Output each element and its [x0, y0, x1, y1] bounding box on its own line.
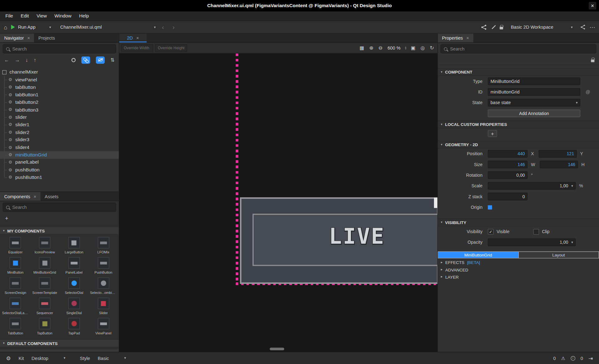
component-library-item[interactable]: MiniButtonGrid — [30, 257, 59, 274]
menu-window[interactable]: Window — [51, 13, 75, 19]
settings-gear-icon[interactable]: ⚙ — [6, 355, 11, 361]
tab-2d[interactable]: 2D × — [119, 34, 147, 42]
component-library-item[interactable]: PushButton — [89, 257, 118, 274]
navigator-item[interactable]: ⚙ pushButton1 — [0, 174, 119, 181]
scale-dropdown[interactable]: 1,00 ▾ — [488, 182, 576, 189]
move-up-icon[interactable]: ↑ — [34, 57, 36, 63]
close-icon[interactable]: × — [27, 35, 30, 41]
document-selector[interactable]: ChannelMixer.ui.qml ▾ — [60, 24, 156, 30]
type-input[interactable] — [490, 79, 577, 84]
warning-count[interactable]: 0 — [553, 356, 556, 361]
menu-edit[interactable]: Edit — [17, 13, 33, 19]
add-property-button[interactable]: + — [488, 130, 497, 137]
home-icon[interactable]: ⌂ — [4, 24, 7, 30]
navigator-item-root[interactable]: channelMixer — [0, 68, 119, 76]
add-annotation-button[interactable]: Add Annotation — [488, 109, 580, 117]
move-right-icon[interactable]: → — [15, 57, 20, 63]
warning-icon[interactable]: ⚠ — [561, 356, 565, 361]
toggle-sidebar-icon[interactable]: ⇥ — [588, 355, 593, 361]
override-width-input[interactable] — [121, 44, 153, 51]
my-components-header[interactable]: ▾ MY COMPONENTS — [0, 227, 119, 235]
tab-assets[interactable]: Assets — [41, 192, 63, 201]
component-library-item[interactable]: ScreenDesign — [1, 277, 30, 295]
zoom-out-icon[interactable]: ⊖ — [377, 46, 384, 50]
refresh-icon[interactable]: ↻ — [428, 46, 436, 50]
opacity-dropdown[interactable]: 1,00 ▾ — [488, 238, 576, 246]
tab-components[interactable]: Components × — [0, 192, 41, 201]
run-target-chevron-icon[interactable]: ▾ — [49, 25, 51, 29]
canvas-horizontal-scrollbar[interactable] — [270, 348, 284, 351]
close-icon[interactable]: × — [136, 35, 139, 41]
zoom-level[interactable]: 600 % — [386, 45, 402, 50]
move-left-icon[interactable]: ← — [4, 57, 9, 63]
close-icon[interactable]: × — [466, 35, 469, 41]
component-library-item[interactable]: Sequencer — [30, 298, 59, 315]
component-library-item[interactable]: SingleDial — [59, 298, 89, 315]
component-library-item[interactable]: Selecto...ombined — [89, 277, 118, 295]
sort-icon[interactable]: ⇅ — [110, 57, 114, 63]
id-input[interactable] — [490, 90, 577, 94]
window-close-button[interactable]: × — [589, 2, 596, 9]
component-library-item[interactable]: SelectorDial — [59, 277, 89, 295]
component-library-item[interactable]: Equalizer — [1, 237, 30, 254]
subtab-layout[interactable]: Layout — [518, 252, 599, 258]
origin-center-button[interactable] — [488, 205, 492, 209]
basic-components-header[interactable]: ▾ BASIC (12) — [0, 349, 119, 352]
component-library-item[interactable]: PanelLabel — [59, 257, 89, 274]
annotation-icon[interactable] — [491, 24, 496, 30]
component-library-item[interactable]: MiniButton — [1, 257, 30, 274]
subtab-minibuttongrid[interactable]: MiniButtonGrid — [438, 252, 518, 258]
navigator-item[interactable]: ⚙ slider1 — [0, 121, 119, 128]
section-effects[interactable]: ▸ EFFECTS [BETA] — [438, 259, 599, 266]
menu-help[interactable]: Help — [75, 13, 93, 19]
move-down-icon[interactable]: ↓ — [26, 57, 28, 63]
component-library-item[interactable]: SelectorDialLabel — [1, 298, 30, 315]
section-local-custom-properties[interactable]: ▾ LOCAL CUSTOM PROPERTIES — [438, 121, 599, 128]
share-icon[interactable] — [580, 24, 586, 30]
forward-icon[interactable]: › — [170, 24, 177, 31]
navigator-item[interactable]: ⚙ pushButton — [0, 166, 119, 174]
alias-at-icon[interactable]: @ — [586, 90, 590, 94]
section-advanced[interactable]: ▸ ADVANCED — [438, 266, 599, 273]
components-search[interactable] — [3, 203, 116, 212]
navigator-search[interactable] — [3, 44, 116, 53]
fit-screen-icon[interactable]: ▣ — [409, 46, 417, 50]
rotation-input[interactable] — [490, 173, 525, 178]
component-library-item[interactable]: ScreenTemplate — [30, 277, 59, 295]
component-library-item[interactable]: IconsPreview — [30, 237, 59, 254]
workspace-selector[interactable]: Basic 2D Workspace ▾ — [511, 24, 573, 30]
style-dropdown[interactable]: Basic ▾ — [98, 356, 126, 361]
section-geometry[interactable]: ▾ GEOMETRY - 2D — [438, 141, 599, 148]
navigator-search-input[interactable] — [12, 46, 113, 51]
navigator-item[interactable]: ⚙ tabButton — [0, 84, 119, 91]
run-app-button[interactable]: Run App — [11, 24, 36, 30]
kit-dropdown[interactable]: Desktop ▾ — [32, 356, 65, 361]
more-icon[interactable]: ⋯ — [589, 24, 595, 30]
override-height-input[interactable] — [155, 44, 187, 51]
lock-icon[interactable] — [591, 59, 594, 62]
size-w-input[interactable] — [490, 162, 525, 167]
navigator-item[interactable]: ⚙ viewPanel — [0, 76, 119, 84]
tab-navigator[interactable]: Navigator × — [0, 34, 34, 42]
navigator-item[interactable]: ⚙ slider — [0, 113, 119, 121]
tab-properties[interactable]: Properties × — [438, 34, 473, 42]
target-icon[interactable]: ◎ — [419, 46, 426, 50]
section-layer[interactable]: ▸ LAYER — [438, 274, 599, 280]
navigator-item[interactable]: ⚙ tabButton2 — [0, 98, 119, 106]
link-selection-button[interactable] — [81, 56, 90, 64]
clip-checkbox[interactable] — [533, 229, 539, 234]
info-icon[interactable]: i — [571, 356, 575, 361]
navigator-item[interactable]: ⚙ slider4 — [0, 144, 119, 151]
pixel-grid-icon[interactable]: ▦ — [358, 46, 366, 50]
position-x-input[interactable] — [490, 151, 525, 156]
default-components-header[interactable]: ▾ DEFAULT COMPONENTS — [0, 339, 119, 347]
navigator-item[interactable]: ⚙ panelLabel — [0, 159, 119, 166]
add-module-icon[interactable]: + — [5, 215, 8, 221]
visible-checkbox[interactable]: ✓ — [488, 229, 494, 234]
navigator-item[interactable]: ⚙ miniButtonGrid — [0, 151, 119, 159]
properties-search-input[interactable] — [450, 46, 593, 51]
zoom-in-icon[interactable]: ⊕ — [368, 46, 375, 50]
size-h-input[interactable] — [543, 162, 575, 167]
position-y-input[interactable] — [541, 151, 574, 156]
properties-search[interactable] — [441, 44, 597, 53]
